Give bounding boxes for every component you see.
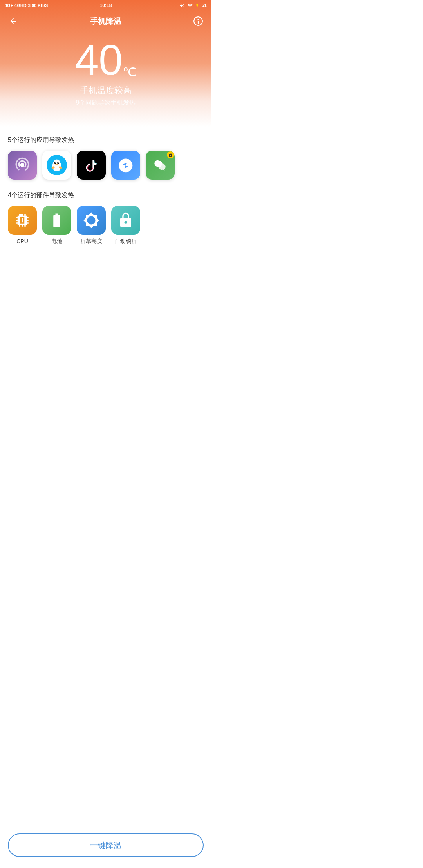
svg-point-9 [55, 162, 56, 163]
content-section: 5个运行的应用导致发热 [0, 127, 212, 300]
network-4ghd: 4GHD [14, 3, 27, 8]
wifi-icon [187, 3, 193, 8]
temperature-status: 手机温度较高 [0, 85, 212, 96]
apps-row [8, 151, 204, 180]
cpu-icon [8, 206, 37, 235]
mute-icon [179, 3, 185, 8]
brightness-label: 屏幕亮度 [80, 238, 102, 245]
network-speed: 3.00 KB/S [28, 3, 48, 8]
svg-point-6 [53, 159, 61, 167]
app-icon-qq[interactable] [42, 151, 71, 180]
status-right: 61 [179, 2, 207, 9]
battery-label: 电池 [51, 238, 62, 245]
page-title: 手机降温 [90, 16, 121, 27]
app-icon-wechat[interactable] [146, 151, 175, 180]
temperature-unit: ℃ [123, 65, 137, 79]
back-button[interactable] [6, 14, 20, 28]
components-row: CPU 电池 屏幕亮度 [8, 206, 204, 245]
components-section: 4个运行的部件导致发热 CPU 电池 [8, 191, 204, 245]
component-cpu[interactable]: CPU [8, 206, 37, 245]
nav-bar: 手机降温 [0, 11, 212, 35]
apps-section: 5个运行的应用导致发热 [8, 136, 204, 180]
temperature-desc: 9个问题导致手机发热 [0, 99, 212, 107]
component-autolock[interactable]: 自动锁屏 [111, 206, 140, 245]
lock-icon [111, 206, 140, 235]
apps-section-title: 5个运行的应用导致发热 [8, 136, 204, 144]
svg-point-10 [58, 162, 59, 163]
brightness-icon [77, 206, 106, 235]
app-icon-dingtalk[interactable] [111, 151, 140, 180]
status-bar: 4G+ 4GHD 3.00 KB/S 10:18 61 [0, 0, 212, 11]
svg-point-3 [20, 163, 25, 167]
battery-icon [42, 206, 71, 235]
charge-icon [195, 2, 200, 9]
temperature-section: 40℃ 手机温度较高 9个问题导致手机发热 [0, 35, 212, 115]
components-section-title: 4个运行的部件导致发热 [8, 191, 204, 200]
autolock-label: 自动锁屏 [115, 238, 137, 245]
temperature-value: 40 [75, 38, 123, 82]
battery-text: 61 [202, 3, 207, 8]
cpu-label: CPU [16, 238, 28, 244]
status-left: 4G+ 4GHD 3.00 KB/S [5, 3, 48, 8]
app-icon-podcast[interactable] [8, 151, 37, 180]
app-icon-tiktok[interactable] [77, 151, 106, 180]
info-button[interactable] [191, 14, 205, 28]
component-brightness[interactable]: 屏幕亮度 [77, 206, 106, 245]
svg-point-11 [55, 164, 58, 165]
component-battery[interactable]: 电池 [42, 206, 71, 245]
status-time: 10:18 [100, 3, 112, 8]
network-4g-plus: 4G+ [5, 3, 13, 8]
